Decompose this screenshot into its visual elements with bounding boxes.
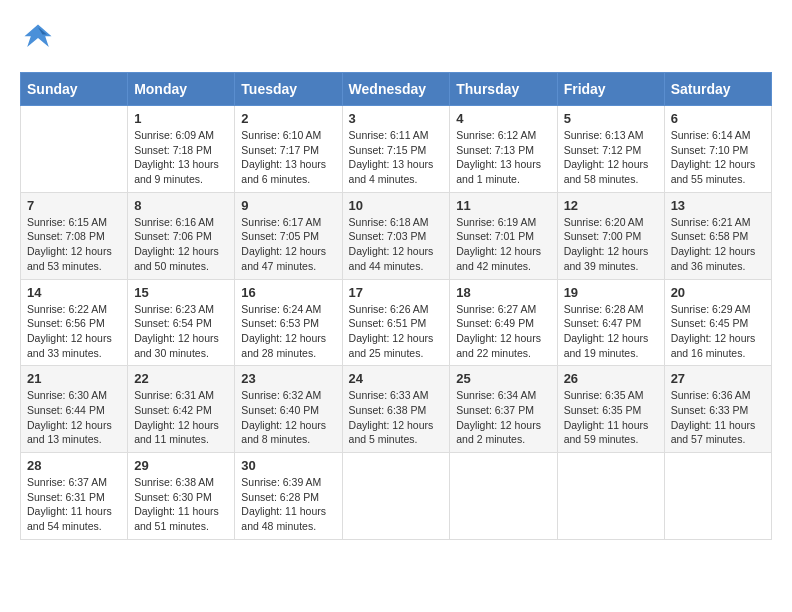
day-info: Sunrise: 6:39 AM Sunset: 6:28 PM Dayligh… bbox=[241, 475, 335, 534]
weekday-header: Sunday bbox=[21, 73, 128, 106]
weekday-header: Thursday bbox=[450, 73, 557, 106]
calendar-cell: 1Sunrise: 6:09 AM Sunset: 7:18 PM Daylig… bbox=[128, 106, 235, 193]
day-info: Sunrise: 6:37 AM Sunset: 6:31 PM Dayligh… bbox=[27, 475, 121, 534]
day-number: 4 bbox=[456, 111, 550, 126]
day-number: 30 bbox=[241, 458, 335, 473]
day-number: 14 bbox=[27, 285, 121, 300]
calendar-week-row: 28Sunrise: 6:37 AM Sunset: 6:31 PM Dayli… bbox=[21, 453, 772, 540]
day-info: Sunrise: 6:20 AM Sunset: 7:00 PM Dayligh… bbox=[564, 215, 658, 274]
weekday-row: SundayMondayTuesdayWednesdayThursdayFrid… bbox=[21, 73, 772, 106]
logo-icon bbox=[20, 20, 56, 56]
calendar-cell: 14Sunrise: 6:22 AM Sunset: 6:56 PM Dayli… bbox=[21, 279, 128, 366]
calendar-cell: 17Sunrise: 6:26 AM Sunset: 6:51 PM Dayli… bbox=[342, 279, 450, 366]
day-info: Sunrise: 6:34 AM Sunset: 6:37 PM Dayligh… bbox=[456, 388, 550, 447]
calendar-cell bbox=[342, 453, 450, 540]
weekday-header: Saturday bbox=[664, 73, 771, 106]
day-number: 3 bbox=[349, 111, 444, 126]
day-number: 11 bbox=[456, 198, 550, 213]
day-number: 1 bbox=[134, 111, 228, 126]
day-info: Sunrise: 6:21 AM Sunset: 6:58 PM Dayligh… bbox=[671, 215, 765, 274]
calendar-cell: 11Sunrise: 6:19 AM Sunset: 7:01 PM Dayli… bbox=[450, 192, 557, 279]
day-info: Sunrise: 6:22 AM Sunset: 6:56 PM Dayligh… bbox=[27, 302, 121, 361]
day-info: Sunrise: 6:19 AM Sunset: 7:01 PM Dayligh… bbox=[456, 215, 550, 274]
day-info: Sunrise: 6:10 AM Sunset: 7:17 PM Dayligh… bbox=[241, 128, 335, 187]
calendar-cell bbox=[450, 453, 557, 540]
day-info: Sunrise: 6:16 AM Sunset: 7:06 PM Dayligh… bbox=[134, 215, 228, 274]
svg-marker-0 bbox=[25, 25, 52, 48]
calendar-week-row: 14Sunrise: 6:22 AM Sunset: 6:56 PM Dayli… bbox=[21, 279, 772, 366]
day-number: 18 bbox=[456, 285, 550, 300]
day-number: 12 bbox=[564, 198, 658, 213]
calendar-week-row: 21Sunrise: 6:30 AM Sunset: 6:44 PM Dayli… bbox=[21, 366, 772, 453]
calendar-cell: 24Sunrise: 6:33 AM Sunset: 6:38 PM Dayli… bbox=[342, 366, 450, 453]
day-info: Sunrise: 6:32 AM Sunset: 6:40 PM Dayligh… bbox=[241, 388, 335, 447]
day-number: 22 bbox=[134, 371, 228, 386]
day-info: Sunrise: 6:13 AM Sunset: 7:12 PM Dayligh… bbox=[564, 128, 658, 187]
day-number: 28 bbox=[27, 458, 121, 473]
day-info: Sunrise: 6:26 AM Sunset: 6:51 PM Dayligh… bbox=[349, 302, 444, 361]
day-number: 9 bbox=[241, 198, 335, 213]
day-info: Sunrise: 6:35 AM Sunset: 6:35 PM Dayligh… bbox=[564, 388, 658, 447]
weekday-header: Tuesday bbox=[235, 73, 342, 106]
calendar-cell: 29Sunrise: 6:38 AM Sunset: 6:30 PM Dayli… bbox=[128, 453, 235, 540]
day-number: 16 bbox=[241, 285, 335, 300]
day-number: 6 bbox=[671, 111, 765, 126]
day-info: Sunrise: 6:24 AM Sunset: 6:53 PM Dayligh… bbox=[241, 302, 335, 361]
day-info: Sunrise: 6:33 AM Sunset: 6:38 PM Dayligh… bbox=[349, 388, 444, 447]
day-info: Sunrise: 6:23 AM Sunset: 6:54 PM Dayligh… bbox=[134, 302, 228, 361]
calendar-cell: 25Sunrise: 6:34 AM Sunset: 6:37 PM Dayli… bbox=[450, 366, 557, 453]
calendar-table: SundayMondayTuesdayWednesdayThursdayFrid… bbox=[20, 72, 772, 540]
day-info: Sunrise: 6:09 AM Sunset: 7:18 PM Dayligh… bbox=[134, 128, 228, 187]
day-number: 15 bbox=[134, 285, 228, 300]
calendar-cell: 30Sunrise: 6:39 AM Sunset: 6:28 PM Dayli… bbox=[235, 453, 342, 540]
calendar-cell: 19Sunrise: 6:28 AM Sunset: 6:47 PM Dayli… bbox=[557, 279, 664, 366]
calendar-cell: 15Sunrise: 6:23 AM Sunset: 6:54 PM Dayli… bbox=[128, 279, 235, 366]
calendar-cell: 7Sunrise: 6:15 AM Sunset: 7:08 PM Daylig… bbox=[21, 192, 128, 279]
calendar-cell: 3Sunrise: 6:11 AM Sunset: 7:15 PM Daylig… bbox=[342, 106, 450, 193]
day-info: Sunrise: 6:17 AM Sunset: 7:05 PM Dayligh… bbox=[241, 215, 335, 274]
calendar-cell: 9Sunrise: 6:17 AM Sunset: 7:05 PM Daylig… bbox=[235, 192, 342, 279]
page-header bbox=[20, 20, 772, 56]
calendar-cell: 12Sunrise: 6:20 AM Sunset: 7:00 PM Dayli… bbox=[557, 192, 664, 279]
day-number: 23 bbox=[241, 371, 335, 386]
day-number: 8 bbox=[134, 198, 228, 213]
day-number: 25 bbox=[456, 371, 550, 386]
day-info: Sunrise: 6:36 AM Sunset: 6:33 PM Dayligh… bbox=[671, 388, 765, 447]
day-number: 29 bbox=[134, 458, 228, 473]
day-info: Sunrise: 6:11 AM Sunset: 7:15 PM Dayligh… bbox=[349, 128, 444, 187]
day-number: 20 bbox=[671, 285, 765, 300]
weekday-header: Monday bbox=[128, 73, 235, 106]
calendar-cell: 5Sunrise: 6:13 AM Sunset: 7:12 PM Daylig… bbox=[557, 106, 664, 193]
calendar-cell: 16Sunrise: 6:24 AM Sunset: 6:53 PM Dayli… bbox=[235, 279, 342, 366]
day-info: Sunrise: 6:28 AM Sunset: 6:47 PM Dayligh… bbox=[564, 302, 658, 361]
day-number: 10 bbox=[349, 198, 444, 213]
day-number: 27 bbox=[671, 371, 765, 386]
day-info: Sunrise: 6:12 AM Sunset: 7:13 PM Dayligh… bbox=[456, 128, 550, 187]
calendar-body: 1Sunrise: 6:09 AM Sunset: 7:18 PM Daylig… bbox=[21, 106, 772, 540]
calendar-cell: 10Sunrise: 6:18 AM Sunset: 7:03 PM Dayli… bbox=[342, 192, 450, 279]
day-number: 5 bbox=[564, 111, 658, 126]
calendar-header: SundayMondayTuesdayWednesdayThursdayFrid… bbox=[21, 73, 772, 106]
calendar-cell: 26Sunrise: 6:35 AM Sunset: 6:35 PM Dayli… bbox=[557, 366, 664, 453]
day-info: Sunrise: 6:31 AM Sunset: 6:42 PM Dayligh… bbox=[134, 388, 228, 447]
calendar-cell: 23Sunrise: 6:32 AM Sunset: 6:40 PM Dayli… bbox=[235, 366, 342, 453]
calendar-cell: 28Sunrise: 6:37 AM Sunset: 6:31 PM Dayli… bbox=[21, 453, 128, 540]
day-number: 2 bbox=[241, 111, 335, 126]
day-number: 7 bbox=[27, 198, 121, 213]
calendar-cell: 13Sunrise: 6:21 AM Sunset: 6:58 PM Dayli… bbox=[664, 192, 771, 279]
day-number: 13 bbox=[671, 198, 765, 213]
calendar-cell bbox=[664, 453, 771, 540]
day-info: Sunrise: 6:14 AM Sunset: 7:10 PM Dayligh… bbox=[671, 128, 765, 187]
calendar-cell: 18Sunrise: 6:27 AM Sunset: 6:49 PM Dayli… bbox=[450, 279, 557, 366]
day-info: Sunrise: 6:15 AM Sunset: 7:08 PM Dayligh… bbox=[27, 215, 121, 274]
weekday-header: Wednesday bbox=[342, 73, 450, 106]
calendar-cell: 6Sunrise: 6:14 AM Sunset: 7:10 PM Daylig… bbox=[664, 106, 771, 193]
day-info: Sunrise: 6:38 AM Sunset: 6:30 PM Dayligh… bbox=[134, 475, 228, 534]
calendar-cell: 22Sunrise: 6:31 AM Sunset: 6:42 PM Dayli… bbox=[128, 366, 235, 453]
day-number: 21 bbox=[27, 371, 121, 386]
calendar-cell: 27Sunrise: 6:36 AM Sunset: 6:33 PM Dayli… bbox=[664, 366, 771, 453]
day-number: 17 bbox=[349, 285, 444, 300]
day-number: 26 bbox=[564, 371, 658, 386]
calendar-cell: 20Sunrise: 6:29 AM Sunset: 6:45 PM Dayli… bbox=[664, 279, 771, 366]
calendar-cell bbox=[21, 106, 128, 193]
